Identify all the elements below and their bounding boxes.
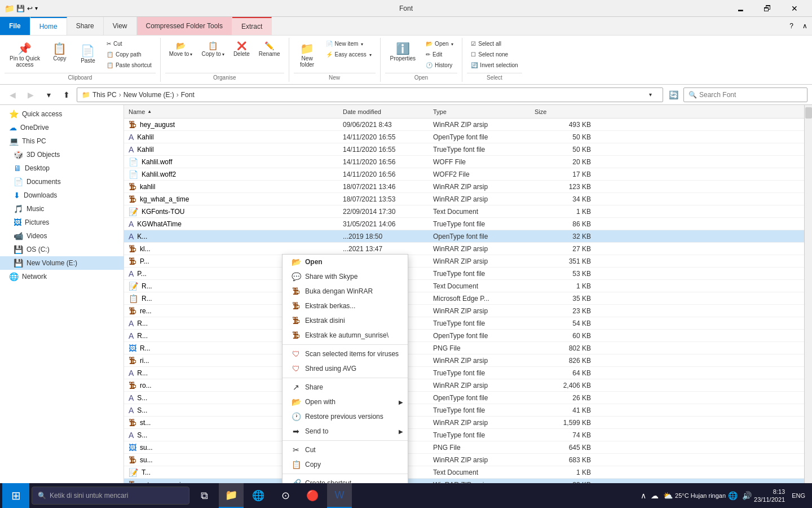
tray-time[interactable]: 8:13 23/11/2021: [754, 488, 785, 504]
sidebar-item-videos[interactable]: 📹 Videos: [0, 229, 123, 243]
sidebar-item-3d-objects[interactable]: 🎲 3D Objects: [0, 148, 123, 161]
invert-selection-button[interactable]: 🔄 Invert selection: [467, 60, 522, 70]
up-button[interactable]: ⬆: [59, 87, 74, 103]
network-tray-icon[interactable]: 🌐: [728, 491, 738, 500]
search-input[interactable]: [699, 91, 802, 99]
table-row[interactable]: 🗜re... ...2021 13:49 WinRAR ZIP arsip 23…: [124, 305, 804, 317]
table-row[interactable]: 🗜ri... ...2021 13:50 WinRAR ZIP arsip 82…: [124, 354, 804, 367]
table-row[interactable]: AS... ...2012 6:34 OpenType font file 26…: [124, 392, 804, 404]
ctx-restore[interactable]: 🕐 Restore previous versions: [283, 409, 408, 424]
column-header-name[interactable]: Name ▲: [129, 108, 343, 115]
ctx-open-with[interactable]: 📂 Open with: [283, 395, 408, 409]
new-folder-button[interactable]: 📁 Newfolder: [294, 39, 321, 72]
taskbar-search-bar[interactable]: 🔍 Ketik di sini untuk mencari: [32, 487, 189, 505]
close-button[interactable]: ✕: [782, 0, 807, 17]
taskbar-file-explorer-button[interactable]: 📁: [219, 483, 244, 508]
tray-cloud-icon[interactable]: ☁: [651, 491, 659, 500]
table-row[interactable]: AP... ...2019 11:44 TrueType font file 5…: [124, 268, 804, 280]
file-list-header[interactable]: Name ▲ Date modified Type Size: [124, 105, 804, 119]
ribbon-help[interactable]: ?: [785, 17, 798, 35]
taskbar-task-view-button[interactable]: ⧉: [192, 483, 217, 508]
table-row[interactable]: 🗜P... ...2021 8:45 WinRAR ZIP arsip 351 …: [124, 255, 804, 268]
ctx-buka-winrar[interactable]: 🗜 Buka dengan WinRAR: [283, 284, 408, 299]
sidebar-item-desktop[interactable]: 🖥 Desktop: [0, 161, 123, 175]
table-row[interactable]: AR... ...2021 19:33 TrueType font file 6…: [124, 367, 804, 379]
column-header-type[interactable]: Type: [433, 108, 535, 115]
breadcrumb-font[interactable]: Font: [181, 91, 195, 99]
properties-button[interactable]: ℹ️ Properties: [385, 39, 421, 65]
maximize-button[interactable]: 🗗: [754, 0, 780, 17]
select-all-button[interactable]: ☑ Select all: [467, 39, 505, 49]
column-header-date[interactable]: Date modified: [343, 108, 433, 115]
history-button[interactable]: 🕐 History: [422, 60, 457, 70]
table-row[interactable]: 📝T... ...2021 12:34 Text Document 1 KB: [124, 466, 804, 479]
paste-button[interactable]: 📄 Paste: [74, 39, 102, 70]
copy-path-button[interactable]: 📋 Copy path: [103, 50, 156, 59]
breadcrumb-thispc[interactable]: This PC: [92, 91, 117, 99]
refresh-button[interactable]: 🔄: [665, 87, 681, 103]
ctx-shred-avg[interactable]: 🛡 Shred using AVG: [283, 361, 408, 376]
scrollbar-track[interactable]: [804, 105, 812, 494]
tray-weather[interactable]: 25°C Hujan ringan: [675, 492, 726, 499]
ctx-ekstrak-ke[interactable]: 🗜 Ekstrak ke autumn_sunrise\: [283, 328, 408, 343]
table-row[interactable]: 📝R... ...2021 5:47 Text Document 1 KB: [124, 280, 804, 292]
table-row[interactable]: AS... ...2021 19:21 TrueType font file 7…: [124, 429, 804, 441]
sidebar-item-downloads[interactable]: ⬇ Downloads: [0, 189, 123, 202]
sidebar-item-network[interactable]: 🌐 Network: [0, 270, 123, 283]
sidebar-item-os-c[interactable]: 💾 OS (C:): [0, 243, 123, 256]
edit-button[interactable]: ✏ Edit: [422, 50, 457, 59]
paste-shortcut-button[interactable]: 📋 Paste shortcut: [103, 60, 156, 70]
breadcrumb-dropdown[interactable]: ▾: [642, 87, 658, 103]
ctx-open[interactable]: 📂 Open: [283, 255, 408, 269]
select-none-button[interactable]: ☐ Select none: [467, 50, 512, 59]
table-row[interactable]: 📋R... ...2020 2:16 Microsoft Edge P... 3…: [124, 292, 804, 305]
taskbar-chrome-button[interactable]: ⊙: [273, 483, 298, 508]
back-button[interactable]: ◀: [5, 87, 20, 103]
sidebar-item-quick-access[interactable]: ⭐ Quick access: [0, 107, 123, 121]
sidebar-item-this-pc[interactable]: 💻 This PC: [0, 134, 123, 148]
table-row[interactable]: 🖼R... ...2020 11:29 PNG File 802 KB: [124, 342, 804, 354]
ctx-cut[interactable]: ✂ Cut: [283, 443, 408, 457]
minimize-button[interactable]: 🗕: [727, 0, 753, 17]
cut-button[interactable]: ✂ Cut: [103, 39, 156, 49]
new-item-button[interactable]: 📄 New item ▾: [322, 39, 376, 49]
table-row[interactable]: 📝KGFonts-TOU 22/09/2014 17:30 Text Docum…: [124, 205, 804, 218]
table-row[interactable]: 🗜kahlil 18/07/2021 13:46 WinRAR ZIP arsi…: [124, 181, 804, 193]
sidebar-item-documents[interactable]: 📄 Documents: [0, 175, 123, 189]
ctx-ekstrak-berkas[interactable]: 🗜 Ekstrak berkas...: [283, 299, 408, 313]
table-row[interactable]: 🖼su... ...2021 23:41 PNG File 645 KB: [124, 441, 804, 454]
move-to-button[interactable]: 📂 Move to▾: [165, 39, 197, 60]
table-row[interactable]: 📄Kahlil.woff2 14/11/2020 16:56 WOFF2 Fil…: [124, 168, 804, 181]
tab-share[interactable]: Share: [67, 17, 104, 35]
table-row[interactable]: AS... ...2012 6:34 TrueType font file 41…: [124, 404, 804, 417]
breadcrumb-bar[interactable]: 📁 This PC › New Volume (E:) › Font ▾: [77, 87, 663, 102]
table-row[interactable]: 🗜kl... ...2021 13:47 WinRAR ZIP arsip 27…: [124, 243, 804, 255]
table-row[interactable]: AKahlil 14/11/2020 16:55 OpenType font f…: [124, 131, 804, 143]
ribbon-collapse[interactable]: ∧: [798, 17, 812, 35]
ctx-send-to[interactable]: ➡ Send to: [283, 424, 408, 439]
copy-to-button[interactable]: 📋 Copy to▾: [197, 39, 228, 60]
tab-view[interactable]: View: [104, 17, 137, 35]
start-button[interactable]: ⊞: [2, 483, 29, 508]
tab-file[interactable]: File: [0, 17, 30, 35]
table-row[interactable]: AR... ...2021 9:32 TrueType font file 54…: [124, 317, 804, 330]
table-row-context[interactable]: AK... ...2019 18:50 OpenType font file 3…: [124, 230, 804, 243]
rename-button[interactable]: ✏️ Rename: [255, 39, 284, 60]
table-row[interactable]: 🗜st... ...2021 8:44 WinRAR ZIP arsip 1,5…: [124, 417, 804, 429]
table-row[interactable]: 🗜su... ...2021 8:43 WinRAR ZIP arsip 683…: [124, 454, 804, 466]
search-bar[interactable]: 🔍: [683, 87, 807, 102]
table-row[interactable]: AKGWhatATime 31/05/2021 14:06 TrueType f…: [124, 218, 804, 230]
volume-tray-icon[interactable]: 🔊: [742, 491, 752, 500]
tab-compressed[interactable]: Compressed Folder Tools: [137, 17, 233, 35]
sidebar-item-new-volume-e[interactable]: 💾 New Volume (E:): [0, 256, 123, 270]
ctx-share[interactable]: ↗ Share: [283, 380, 408, 395]
sidebar-item-music[interactable]: 🎵 Music: [0, 202, 123, 216]
sidebar-item-pictures[interactable]: 🖼 Pictures: [0, 216, 123, 229]
title-bar-dropdown[interactable]: ▾: [35, 5, 38, 11]
ctx-copy[interactable]: 📋 Copy: [283, 457, 408, 472]
open-button[interactable]: 📂 Open ▾: [422, 39, 457, 49]
copy-large-button[interactable]: 📋 Copy: [46, 39, 73, 65]
table-row[interactable]: 🗜hey_august 09/06/2021 8:43 WinRAR ZIP a…: [124, 119, 804, 131]
column-header-size[interactable]: Size: [535, 108, 591, 115]
breadcrumb-newvolume[interactable]: New Volume (E:): [123, 91, 174, 99]
